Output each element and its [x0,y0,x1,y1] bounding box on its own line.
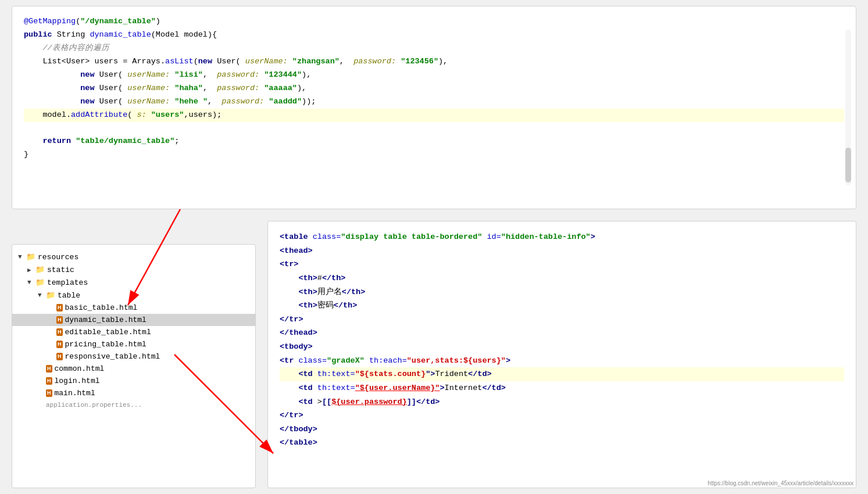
scrollbar[interactable] [845,30,851,185]
tree-label-templates: templates [47,278,88,287]
code-line-10: return "table/dynamic_table"; [24,135,844,148]
html-line-9: <tbody> [280,340,844,354]
tree-item-application[interactable]: ▶ application.properties... [12,399,255,410]
expand-arrow-static: ▶ [27,266,34,274]
html-line-14: </tr> [280,409,844,423]
tree-label-editable-table: editable_table.html [65,328,151,337]
html-icon-login: H [46,377,52,385]
tree-label-dynamic-table: dynamic_table.html [65,316,147,324]
code-line-4: List<User> users = Arrays.asList(new Use… [24,55,844,69]
tree-label-table: table [58,291,80,300]
top-code-panel: @GetMapping("/dynamic_table") public Str… [12,6,856,209]
code-line-2: public String dynamic_table(Model model)… [24,28,844,42]
tree-item-resources[interactable]: ▼ 📁 resources [12,250,255,263]
tree-label-login: login.html [55,377,100,385]
tree-label-main: main.html [55,389,95,398]
tree-item-common[interactable]: ▶ H common.html [12,363,255,375]
html-line-15: </tbody> [280,423,844,436]
expand-arrow-table: ▼ [38,292,45,299]
code-line-1: @GetMapping("/dynamic_table") [24,15,844,28]
top-code-content: @GetMapping("/dynamic_table") public Str… [12,6,856,170]
code-line-6: new User( userName: "haha", password: "a… [24,82,844,95]
tree-item-basic-table[interactable]: ▶ H basic_table.html [12,302,255,314]
expand-arrow-templates: ▼ [27,279,34,286]
tree-item-table[interactable]: ▼ 📁 table [12,289,255,302]
folder-icon-templates: 📁 [35,278,45,287]
html-line-10: <tr class="gradeX" th:each="user,stats:$… [280,354,844,368]
code-line-7: new User( userName: "hehe ", password: "… [24,95,844,109]
html-line-3: <tr> [280,257,844,271]
tree-item-static[interactable]: ▶ 📁 static [12,263,255,276]
html-line-13: <td >[[${user.password}]]</td> [280,395,844,409]
html-code-panel: <table class="display table table-border… [267,221,856,488]
html-icon-responsive-table: H [56,353,63,360]
code-line-8: model.addAttribute( s: "users",users); [24,109,844,122]
html-line-1: <table class="display table table-border… [280,230,844,244]
scrollbar-thumb[interactable] [845,148,851,182]
html-line-12: <td th:text="${user.userName}">Internet<… [280,381,844,395]
tree-item-responsive-table[interactable]: ▶ H responsive_table.html [12,350,255,363]
html-line-16: </table> [280,436,844,450]
html-line-2: <thead> [280,244,844,258]
folder-icon-static: 📁 [35,265,45,274]
tree-label-static: static [47,266,74,274]
code-line-11: } [24,148,844,162]
html-code-content: <table class="display table table-border… [268,221,856,459]
tree-item-pricing-table[interactable]: ▶ H pricing_table.html [12,338,255,350]
html-line-7: </tr> [280,313,844,327]
expand-arrow-resources: ▼ [18,253,25,260]
tree-label-basic-table: basic_table.html [65,303,138,312]
html-line-5: <th>用户名</th> [280,285,844,299]
html-line-6: <th>密码</th> [280,299,844,313]
folder-icon-resources: 📁 [26,252,35,262]
tree-label-resources: resources [38,253,78,262]
html-icon-main: H [46,389,52,397]
tree-label-pricing-table: pricing_table.html [65,340,147,349]
tree-item-dynamic-table[interactable]: ▶ H dynamic_table.html [12,314,255,326]
html-line-4: <th>#</th> [280,271,844,285]
annotation: @GetMapping [24,15,76,28]
html-icon-pricing-table: H [56,341,63,348]
tree-item-main[interactable]: ▶ H main.html [12,387,255,399]
code-line-9 [24,122,844,135]
html-icon-basic-table: H [56,304,63,312]
code-line-5: new User( userName: "lisi", password: "1… [24,69,844,82]
html-icon-common: H [46,365,52,373]
html-icon-dynamic-table: H [56,316,63,324]
tree-item-editable-table[interactable]: ▶ H editable_table.html [12,326,255,338]
code-line-3: //表格内容的遍历 [24,42,844,55]
html-line-8: </thead> [280,326,844,340]
tree-item-templates[interactable]: ▼ 📁 templates [12,276,255,289]
folder-icon-table: 📁 [46,291,55,300]
tree-label-responsive-table: responsive_table.html [65,352,160,361]
file-tree-content: ▼ 📁 resources ▶ 📁 static ▼ 📁 templates ▼… [12,245,255,416]
tree-item-login[interactable]: ▶ H login.html [12,375,255,387]
tree-label-common: common.html [55,364,105,373]
html-icon-editable-table: H [56,328,63,336]
file-tree-panel: ▼ 📁 resources ▶ 📁 static ▼ 📁 templates ▼… [12,244,256,488]
tree-label-application: application.properties... [46,402,142,409]
status-bar: https://blog.csdn.net/weixin_45xxx/artic… [705,479,856,488]
html-line-11: <td th:text="${stats.count}">Trident</td… [280,367,844,381]
